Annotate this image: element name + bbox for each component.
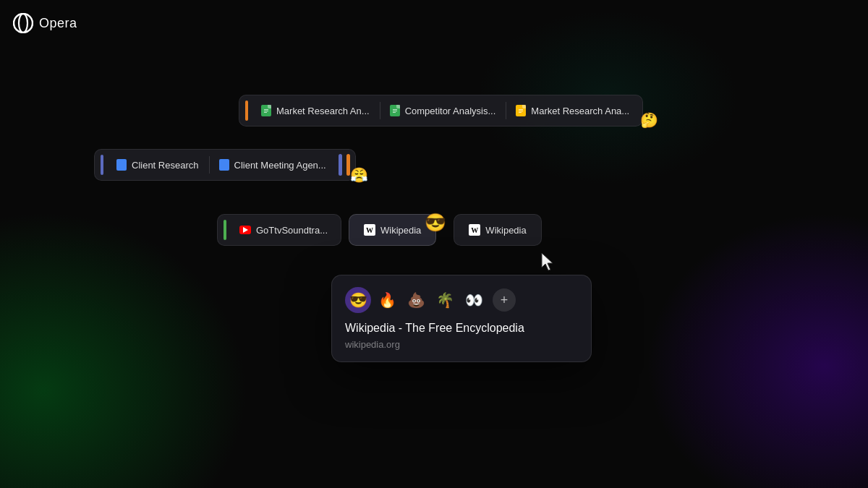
tab-client-research-label: Client Research — [132, 160, 199, 171]
youtube-triangle — [243, 227, 248, 233]
tab-market-research-1[interactable]: Market Research An... — [251, 98, 380, 124]
popup-emoji-poop[interactable]: 💩 — [403, 287, 429, 313]
tab-wikipedia-highlighted-item[interactable]: W Wikipedia — [352, 217, 433, 243]
svg-rect-2 — [264, 109, 268, 110]
tab-wikipedia-standalone-item[interactable]: W Wikipedia — [457, 217, 537, 243]
svg-rect-3 — [264, 111, 268, 111]
tab-client-meeting-label: Client Meeting Agen... — [234, 160, 326, 171]
docs-blue-icon-2 — [219, 159, 229, 171]
tab-gotv-soundtra[interactable]: GoTtvSoundtra... — [229, 217, 338, 243]
tab-competitor-analysis-label: Competitor Analysis... — [405, 106, 496, 116]
opera-icon — [13, 13, 33, 33]
popup-add-emoji-button[interactable]: + — [493, 288, 516, 312]
row1-emoji: 🤔 — [640, 111, 658, 129]
market-research-row: Market Research An... Competitor Analysi… — [239, 93, 658, 129]
tab-tooltip-popup: 😎 🔥 💩 🌴 👀 + Wikipedia - The Free Encyclo… — [331, 275, 592, 362]
svg-rect-8 — [519, 109, 523, 110]
wiki-icon-standalone: W — [469, 224, 480, 236]
svg-point-0 — [14, 14, 33, 33]
youtube-icon — [239, 226, 251, 234]
svg-rect-10 — [519, 112, 522, 113]
popup-title: Wikipedia - The Free Encyclopedia — [345, 322, 578, 335]
docs-blue-icon-1 — [116, 159, 127, 171]
row1-color-strip — [245, 100, 248, 121]
tab-client-research[interactable]: Client Research — [106, 152, 209, 178]
tab-market-research-2[interactable]: Market Research Ana... — [506, 98, 639, 124]
wikipedia-standalone-tab[interactable]: W Wikipedia — [454, 214, 541, 246]
popup-emoji-row: 😎 🔥 💩 🌴 👀 + — [345, 287, 578, 313]
popup-emoji-eyes[interactable]: 👀 — [461, 287, 487, 313]
popup-url: wikipedia.org — [345, 339, 578, 350]
sheets-green-icon-1 — [261, 105, 271, 116]
wiki-icon-highlighted: W — [364, 224, 375, 236]
tab-wikipedia-highlighted-label: Wikipedia — [380, 225, 421, 236]
svg-point-1 — [19, 14, 27, 33]
sheets-green-icon-2 — [390, 105, 400, 116]
tab-market-research-1-label: Market Research An... — [276, 106, 370, 116]
tab-market-research-2-label: Market Research Ana... — [531, 106, 629, 116]
tab-competitor-analysis[interactable]: Competitor Analysis... — [380, 98, 506, 124]
popup-emoji-fire[interactable]: 🔥 — [374, 287, 400, 313]
row2-emoji: 😤 — [350, 166, 368, 184]
youtube-tab-bar: GoTtvSoundtra... — [217, 214, 341, 246]
hover-emoji: 😎 — [425, 213, 446, 233]
svg-rect-7 — [393, 112, 396, 113]
popup-emoji-sunglasses[interactable]: 😎 — [345, 287, 371, 313]
client-research-tab-bar: Client Research Client Meeting Agen... — [94, 149, 356, 181]
client-research-row: Client Research Client Meeting Agen... 😤 — [94, 146, 368, 184]
market-research-tab-bar: Market Research An... Competitor Analysi… — [239, 95, 643, 127]
youtube-wikipedia-row: GoTtvSoundtra... W Wikipedia 😎 W Wikiped… — [217, 214, 542, 246]
row3-color-strip — [224, 220, 226, 240]
tab-client-meeting[interactable]: Client Meeting Agen... — [209, 152, 336, 178]
opera-logo: Opera — [13, 13, 77, 33]
row2-color-strip — [101, 155, 103, 175]
popup-emoji-palm[interactable]: 🌴 — [432, 287, 458, 313]
wikipedia-tab-highlighted[interactable]: W Wikipedia — [349, 214, 436, 246]
svg-rect-6 — [393, 111, 397, 111]
opera-text-label: Opera — [39, 16, 77, 31]
thin-bar-blue — [339, 154, 342, 176]
tab-gotv-label: GoTtvSoundtra... — [256, 225, 328, 236]
svg-rect-5 — [393, 109, 397, 110]
sheets-yellow-icon — [516, 105, 526, 116]
tab-wikipedia-standalone-label: Wikipedia — [485, 225, 526, 236]
svg-rect-4 — [264, 112, 267, 113]
svg-rect-9 — [519, 111, 523, 111]
